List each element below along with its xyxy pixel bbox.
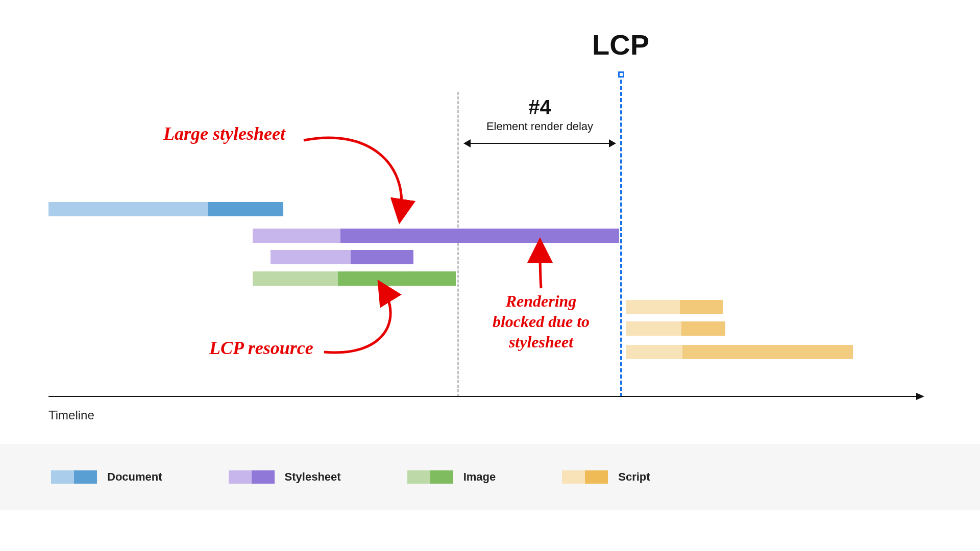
annotation-large-stylesheet: Large stylesheet xyxy=(163,122,285,145)
bar-script-3 xyxy=(626,345,853,359)
arrow-rendering-blocked xyxy=(531,245,561,291)
legend-label-document: Document xyxy=(107,470,162,484)
legend-label-image: Image xyxy=(463,470,496,484)
bar-script-1 xyxy=(626,300,723,314)
lcp-marker-icon xyxy=(618,71,624,78)
timeline-axis-label: Timeline xyxy=(48,408,94,422)
phase-number: #4 xyxy=(459,96,620,119)
bar-stylesheet-small xyxy=(271,250,413,264)
legend-label-stylesheet: Stylesheet xyxy=(285,470,341,484)
swatch-image-icon xyxy=(407,470,453,484)
phase-name: Element render delay xyxy=(459,120,620,133)
timeline-axis-arrowhead-icon xyxy=(916,393,924,400)
swatch-stylesheet-icon xyxy=(229,470,275,484)
swatch-script-icon xyxy=(562,470,608,484)
annotation-rendering-blocked: Rendering blocked due to stylesheet xyxy=(480,291,602,352)
arrow-lcp-resource xyxy=(322,286,424,362)
legend-item-document: Document xyxy=(51,470,162,484)
bar-stylesheet-large xyxy=(253,229,619,243)
diagram-stage: LCP #4 Element render delay xyxy=(0,0,980,551)
phase-label: #4 Element render delay xyxy=(459,96,620,133)
legend-item-script: Script xyxy=(562,470,650,484)
annotation-lcp-resource: LCP resource xyxy=(209,337,313,360)
swatch-document-icon xyxy=(51,470,97,484)
render-block-dashed-line xyxy=(457,92,459,397)
bar-script-2 xyxy=(626,321,725,336)
lcp-dashed-line xyxy=(620,80,622,397)
bar-image-lcp xyxy=(253,271,456,286)
legend-item-image: Image xyxy=(407,470,496,484)
lcp-title: LCP xyxy=(592,28,649,61)
arrow-large-stylesheet xyxy=(301,133,429,224)
legend-label-script: Script xyxy=(618,470,650,484)
legend-item-stylesheet: Stylesheet xyxy=(229,470,341,484)
timeline-axis xyxy=(48,396,916,397)
legend: Document Stylesheet Image Script xyxy=(0,444,980,510)
phase-span-arrow xyxy=(464,143,615,144)
bar-document xyxy=(48,202,283,216)
